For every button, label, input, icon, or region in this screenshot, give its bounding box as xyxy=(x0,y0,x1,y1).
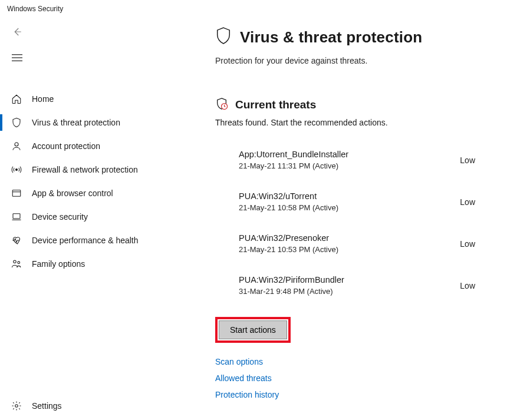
shield-icon xyxy=(11,117,22,128)
gear-icon xyxy=(11,400,22,412)
window-titlebar: Windows Security xyxy=(0,0,507,16)
sidebar-item-performance[interactable]: Device performance & health xyxy=(0,229,197,252)
threat-severity: Low xyxy=(460,239,475,249)
threat-row[interactable]: PUA:Win32/PiriformBundler 31-Mar-21 9:48… xyxy=(215,275,501,296)
threat-list: App:Utorrent_BundleInstaller 21-May-21 1… xyxy=(215,150,501,296)
sidebar-item-label: Virus & threat protection xyxy=(32,118,120,127)
sidebar-item-label: App & browser control xyxy=(32,188,113,198)
page-subtitle: Protection for your device against threa… xyxy=(215,56,501,65)
threat-name: PUA:Win32/PiriformBundler xyxy=(239,275,344,285)
start-actions-highlight: Start actions xyxy=(215,317,291,343)
link-scan-options[interactable]: Scan options xyxy=(215,357,501,366)
start-actions-button[interactable]: Start actions xyxy=(219,320,287,339)
threat-info: App:Utorrent_BundleInstaller 21-May-21 1… xyxy=(239,150,348,170)
shield-icon xyxy=(215,27,232,48)
link-allowed-threats[interactable]: Allowed threats xyxy=(215,373,501,383)
link-protection-history[interactable]: Protection history xyxy=(215,390,501,399)
sidebar-item-family[interactable]: Family options xyxy=(0,252,197,276)
sidebar: Home Virus & threat protection Account p… xyxy=(0,16,197,420)
threat-info: PUA:Win32/uTorrent 21-May-21 10:58 PM (A… xyxy=(239,191,338,212)
browser-icon xyxy=(11,187,22,199)
threat-severity: Low xyxy=(460,156,475,165)
sidebar-item-app-browser[interactable]: App & browser control xyxy=(0,181,197,205)
page-title: Virus & threat protection xyxy=(240,28,422,47)
threat-meta: 21-May-21 10:53 PM (Active) xyxy=(239,245,338,254)
family-icon xyxy=(11,258,22,270)
section-header: Current threats xyxy=(215,97,501,112)
svg-point-4 xyxy=(16,169,18,171)
svg-point-10 xyxy=(15,405,18,408)
svg-rect-7 xyxy=(13,214,20,219)
person-icon xyxy=(11,140,22,152)
sidebar-item-device-security[interactable]: Device security xyxy=(0,205,197,229)
sidebar-item-home[interactable]: Home xyxy=(0,87,197,111)
threat-row[interactable]: App:Utorrent_BundleInstaller 21-May-21 1… xyxy=(215,150,501,170)
threat-history-icon xyxy=(215,97,228,112)
page-header: Virus & threat protection xyxy=(215,27,501,48)
svg-point-3 xyxy=(15,143,18,146)
broadcast-icon xyxy=(11,164,22,176)
sidebar-item-label: Family options xyxy=(32,259,85,269)
app-body: Home Virus & threat protection Account p… xyxy=(0,16,507,420)
heart-icon xyxy=(11,234,22,246)
hamburger-icon xyxy=(12,54,22,62)
nav-list: Home Virus & threat protection Account p… xyxy=(0,87,197,276)
threat-info: PUA:Win32/Presenoker 21-May-21 10:53 PM … xyxy=(239,233,338,254)
hamburger-button[interactable] xyxy=(7,45,33,71)
sidebar-item-firewall[interactable]: Firewall & network protection xyxy=(0,158,197,181)
sidebar-item-account[interactable]: Account protection xyxy=(0,134,197,158)
threat-severity: Low xyxy=(460,281,475,290)
section-subtitle: Threats found. Start the recommended act… xyxy=(215,118,501,127)
sidebar-item-virus-threat[interactable]: Virus & threat protection xyxy=(0,111,197,134)
svg-rect-5 xyxy=(12,190,21,197)
threat-row[interactable]: PUA:Win32/uTorrent 21-May-21 10:58 PM (A… xyxy=(215,191,501,212)
threat-severity: Low xyxy=(460,197,475,207)
sidebar-item-label: Home xyxy=(32,94,54,104)
home-icon xyxy=(11,93,22,105)
threat-row[interactable]: PUA:Win32/Presenoker 21-May-21 10:53 PM … xyxy=(215,233,501,254)
section-title: Current threats xyxy=(235,98,316,111)
threat-meta: 21-May-21 11:31 PM (Active) xyxy=(239,161,348,170)
main-content: Virus & threat protection Protection for… xyxy=(197,16,507,420)
threat-meta: 31-Mar-21 9:48 PM (Active) xyxy=(239,287,344,296)
settings-label: Settings xyxy=(32,401,62,411)
window-title: Windows Security xyxy=(7,5,63,13)
threat-links: Scan options Allowed threats Protection … xyxy=(215,357,501,399)
sidebar-top xyxy=(0,16,197,71)
sidebar-item-label: Firewall & network protection xyxy=(32,165,138,174)
sidebar-item-label: Device performance & health xyxy=(32,236,139,245)
threat-name: App:Utorrent_BundleInstaller xyxy=(239,150,348,159)
sidebar-item-label: Device security xyxy=(32,212,88,221)
arrow-left-icon xyxy=(12,27,22,37)
svg-point-9 xyxy=(18,262,20,264)
current-threats-section: Current threats Threats found. Start the… xyxy=(215,97,501,399)
back-button[interactable] xyxy=(7,19,33,45)
svg-point-8 xyxy=(14,260,17,263)
threat-meta: 21-May-21 10:58 PM (Active) xyxy=(239,203,338,212)
sidebar-item-label: Account protection xyxy=(32,141,100,151)
threat-info: PUA:Win32/PiriformBundler 31-Mar-21 9:48… xyxy=(239,275,344,296)
threat-name: PUA:Win32/uTorrent xyxy=(239,191,338,201)
laptop-icon xyxy=(11,211,22,223)
threat-name: PUA:Win32/Presenoker xyxy=(239,233,338,243)
sidebar-item-settings[interactable]: Settings xyxy=(0,392,197,420)
